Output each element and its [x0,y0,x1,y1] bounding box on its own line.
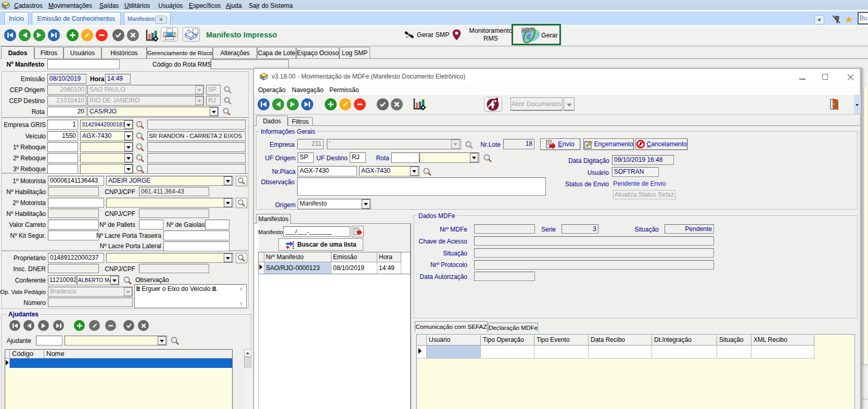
svg-text:MDF: MDF [521,27,533,33]
